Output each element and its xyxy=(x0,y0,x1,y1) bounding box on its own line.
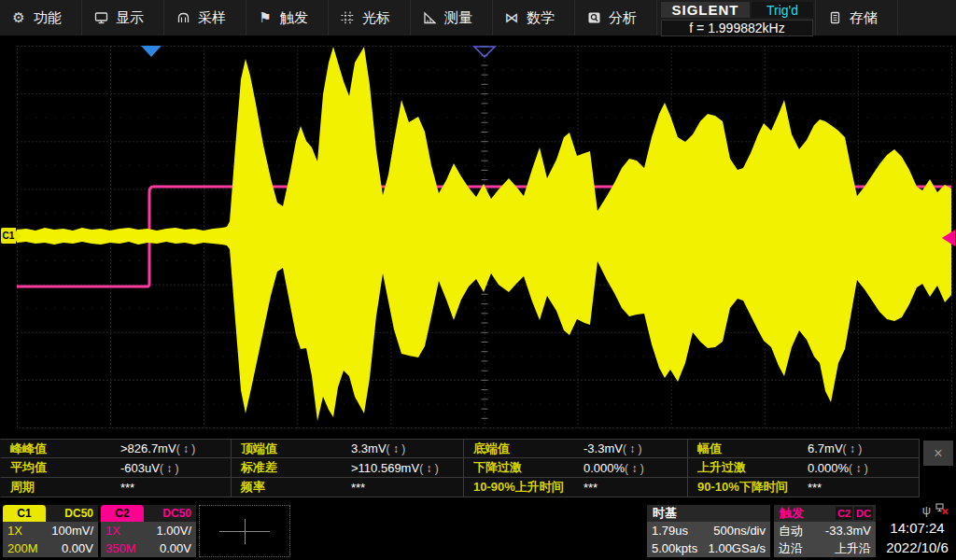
trigger-status-badge: Trig'd xyxy=(752,2,813,18)
measurement-close-zone: × xyxy=(920,439,956,497)
cursor-icon xyxy=(339,11,356,24)
siglent-logo: SIGLENT xyxy=(661,2,750,18)
measurement-cell[interactable]: 周期*** xyxy=(0,478,232,497)
channel-tab[interactable]: C1 xyxy=(3,505,46,522)
channel-scale: 100mV/ xyxy=(51,522,93,539)
menu-item-label: 显示 xyxy=(116,9,144,27)
menu-item-display[interactable]: 显示 xyxy=(82,0,164,35)
measurement-label: 底端值 xyxy=(473,441,510,457)
measurement-value: *** xyxy=(351,481,365,495)
measurement-value: *** xyxy=(808,481,822,495)
trigger-panel[interactable]: 触发 C2 DC 自动 -33.3mV 边沿 上升沿 xyxy=(774,505,876,557)
storage-icon xyxy=(826,11,843,24)
c1-channel-marker-label: C1 xyxy=(3,231,15,241)
menu-item-label: 光标 xyxy=(362,9,390,27)
menu-item-math[interactable]: ⋈数学 xyxy=(493,0,575,35)
measurement-panel: × 峰峰值>826.7mV( ↕ )顶端值3.3mV( ↕ )底端值-3.3mV… xyxy=(0,439,956,497)
close-measurements-button[interactable]: × xyxy=(923,441,953,466)
measurement-cell[interactable]: 下降过激0.000%( ↕ ) xyxy=(464,458,688,478)
trigger-frequency-readout: f = 1.999882kHz xyxy=(661,20,813,36)
menu-item-label: 功能 xyxy=(34,9,62,27)
timebase-title: 时基 xyxy=(647,505,770,522)
logo-panel: SIGLENT Trig'd f = 1.999882kHz xyxy=(657,0,816,35)
timebase-delay: 1.79us xyxy=(652,522,688,539)
menu-item-analysis[interactable]: 分析 xyxy=(575,0,657,35)
trigger-coupling-badge: DC xyxy=(854,507,873,520)
timebase-sample-rate: 1.00GSa/s xyxy=(709,539,766,557)
add-channel-button[interactable] xyxy=(199,505,290,557)
measurement-label: 下降过激 xyxy=(473,459,522,476)
sampling-icon xyxy=(175,11,191,24)
measurement-value: *** xyxy=(120,481,134,495)
clock-time: 14:07:24 xyxy=(879,518,956,538)
measurement-label: 幅值 xyxy=(697,441,722,457)
analysis-icon xyxy=(585,11,602,24)
waveform-area[interactable]: C1 xyxy=(0,37,956,439)
timebase-panel[interactable]: 时基 1.79us 500ns/div 5.00kpts 1.00GSa/s xyxy=(647,505,770,557)
gear-icon: ⚙ xyxy=(10,9,27,26)
menu-item-storage[interactable]: 存储 xyxy=(816,0,898,35)
measurement-cell[interactable]: 90-10%下降时间*** xyxy=(688,478,920,497)
measurement-cell[interactable]: 顶端值3.3mV( ↕ ) xyxy=(232,439,464,458)
menu-item-cursors[interactable]: 光标 xyxy=(329,0,411,35)
channel-box-c1[interactable]: C1DC501X100mV/200M0.00V xyxy=(3,505,98,557)
usb-icon: ψ xyxy=(922,504,931,517)
measurement-value: 3.3mV( ↕ ) xyxy=(351,441,405,455)
channel-scale: 1.00V/ xyxy=(156,522,191,539)
measurement-cell[interactable]: 幅值6.7mV( ↕ ) xyxy=(688,439,920,458)
channel-offset: 0.00V xyxy=(160,539,191,557)
measurement-label: 90-10%下降时间 xyxy=(697,479,788,496)
waveform-display[interactable] xyxy=(0,37,956,439)
channel-bandwidth: 350M xyxy=(105,539,136,557)
channel-box-c2[interactable]: C2DC501X1.00V/350M0.00V xyxy=(101,505,196,557)
trigger-position-marker[interactable] xyxy=(141,46,162,57)
clock-panel: ψ 14:07:24 2022/10/6 xyxy=(879,503,956,557)
channel-tab[interactable]: C2 xyxy=(101,505,144,522)
channel-offset: 0.00V xyxy=(62,539,93,557)
measurement-cell[interactable]: 上升过激0.000%( ↕ ) xyxy=(688,458,920,478)
menu-item-trigger[interactable]: ⚑触发 xyxy=(246,0,329,35)
menu-item-label: 分析 xyxy=(609,9,637,27)
oscilloscope-screen: ⚙功能显示采样⚑触发光标测量⋈数学分析 SIGLENT Trig'd f = 1… xyxy=(0,0,956,560)
measurement-value: >110.569mV( ↕ ) xyxy=(351,461,439,475)
clock-date: 2022/10/6 xyxy=(879,538,956,557)
statistics-toggle-icon: ( ↕ ) xyxy=(387,442,406,455)
menu-item-acquire[interactable]: 采样 xyxy=(164,0,246,35)
menu-item-label: 测量 xyxy=(444,9,472,27)
measurement-label: 峰峰值 xyxy=(10,441,47,457)
menu-item-label: 触发 xyxy=(280,9,308,27)
menu-item-function[interactable]: ⚙功能 xyxy=(0,0,82,35)
plus-icon xyxy=(245,519,246,544)
trigger-type: 边沿 xyxy=(779,539,803,557)
menu-item-measure[interactable]: 测量 xyxy=(411,0,493,35)
status-bar: C2DC501X1.00V/350M0.00VC1DC501X100mV/200… xyxy=(0,502,956,560)
measurement-value: -3.3mV( ↕ ) xyxy=(583,441,642,455)
channel-bandwidth: 200M xyxy=(7,539,38,557)
trigger-slope: 上升沿 xyxy=(835,539,871,557)
measurement-cell[interactable]: 平均值-603uV( ↕ ) xyxy=(0,458,232,478)
timebase-samples: 5.00kpts xyxy=(652,539,697,557)
statistics-toggle-icon: ( ↕ ) xyxy=(623,442,642,455)
trigger-title: 触发 xyxy=(780,505,834,522)
c1-channel-marker[interactable]: C1 xyxy=(1,228,16,244)
channel-probe: 1X xyxy=(7,522,22,539)
channel-coupling: DC50 xyxy=(144,505,196,522)
measurement-cell[interactable]: 频率*** xyxy=(232,478,464,497)
statistics-toggle-icon: ( ↕ ) xyxy=(419,462,439,475)
statistics-toggle-icon: ( ↕ ) xyxy=(176,442,196,455)
measurement-cell[interactable]: 底端值-3.3mV( ↕ ) xyxy=(464,439,688,458)
measurement-cell[interactable]: 10-90%上升时间*** xyxy=(464,478,688,497)
statistics-toggle-icon: ( ↕ ) xyxy=(625,462,644,475)
measurement-value: 6.7mV( ↕ ) xyxy=(808,441,862,455)
measurement-label: 顶端值 xyxy=(241,441,277,457)
measurement-value: *** xyxy=(583,481,598,495)
measurement-cell[interactable]: 峰峰值>826.7mV( ↕ ) xyxy=(0,439,232,458)
trigger-source-badge: C2 xyxy=(836,507,852,520)
menu-item-label: 数学 xyxy=(527,9,555,27)
statistics-toggle-icon: ( ↕ ) xyxy=(849,462,868,475)
lan-disconnected-icon xyxy=(935,502,949,519)
measurement-value: >826.7mV( ↕ ) xyxy=(120,441,195,455)
measurement-cell[interactable]: 标准差>110.569mV( ↕ ) xyxy=(232,458,464,478)
display-icon xyxy=(92,11,109,24)
measurement-label: 上升过激 xyxy=(697,459,746,476)
